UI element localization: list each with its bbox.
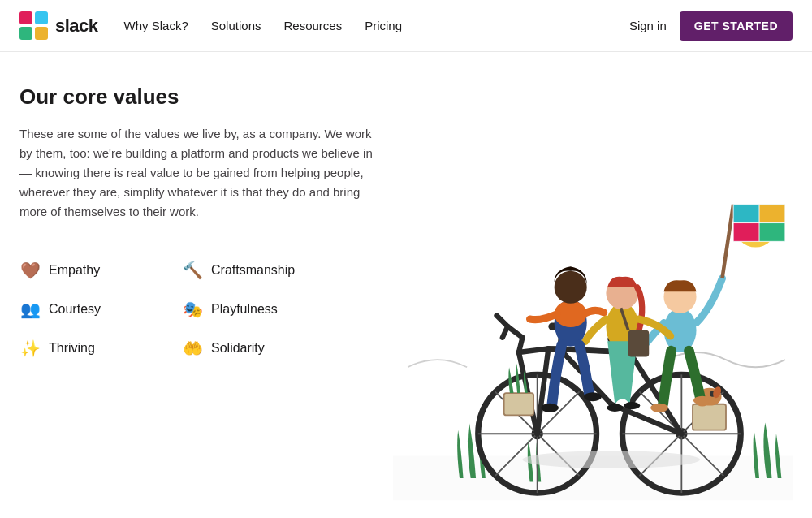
svg-point-64 bbox=[624, 402, 640, 409]
nav-why-slack[interactable]: Why Slack? bbox=[124, 19, 188, 32]
site-header: slack Why Slack? Solutions Resources Pri… bbox=[0, 0, 812, 52]
svg-rect-45 bbox=[733, 205, 759, 223]
thriving-label: Thriving bbox=[49, 341, 95, 356]
nav-solutions[interactable]: Solutions bbox=[211, 19, 261, 32]
svg-point-62 bbox=[693, 396, 711, 405]
svg-rect-35 bbox=[504, 393, 533, 415]
svg-rect-47 bbox=[733, 223, 759, 242]
sign-in-button[interactable]: Sign in bbox=[629, 19, 667, 32]
playfulness-icon: 🎭 bbox=[182, 300, 203, 319]
value-craftsmanship: 🔨 Craftsmanship bbox=[182, 251, 361, 290]
courtesy-label: Courtesy bbox=[49, 302, 101, 317]
solidarity-label: Solidarity bbox=[211, 341, 265, 356]
svg-point-61 bbox=[650, 404, 668, 412]
svg-rect-46 bbox=[759, 205, 785, 223]
main-nav: Why Slack? Solutions Resources Pricing bbox=[124, 19, 402, 32]
logo[interactable]: slack bbox=[19, 11, 98, 41]
playfulness-label: Playfulness bbox=[211, 302, 278, 317]
svg-line-21 bbox=[519, 348, 548, 352]
logo-icon bbox=[19, 11, 49, 41]
value-empathy: 🤎 Empathy bbox=[19, 251, 182, 290]
nav-resources[interactable]: Resources bbox=[283, 19, 342, 32]
illustration bbox=[393, 84, 793, 502]
main-content: Our core values These are some of the va… bbox=[0, 52, 812, 518]
empathy-label: Empathy bbox=[49, 263, 100, 278]
courtesy-icon: 👥 bbox=[19, 300, 41, 319]
svg-rect-48 bbox=[759, 223, 785, 242]
value-solidarity: 🤲 Solidarity bbox=[182, 329, 361, 368]
svg-point-65 bbox=[522, 451, 700, 468]
page-title: Our core values bbox=[19, 84, 377, 110]
value-thriving: ✨ Thriving bbox=[19, 329, 182, 368]
svg-point-63 bbox=[607, 404, 623, 412]
logo-text: slack bbox=[55, 15, 98, 37]
svg-point-59 bbox=[541, 404, 559, 412]
svg-rect-54 bbox=[628, 330, 650, 357]
nav-pricing[interactable]: Pricing bbox=[365, 19, 402, 32]
page-description: These are some of the values we live by,… bbox=[19, 124, 377, 222]
svg-point-58 bbox=[555, 271, 587, 304]
thriving-icon: ✨ bbox=[19, 339, 41, 358]
solidarity-icon: 🤲 bbox=[182, 339, 203, 358]
craftsmanship-label: Craftsmanship bbox=[211, 263, 295, 278]
svg-rect-36 bbox=[693, 404, 726, 430]
value-courtesy: 👥 Courtesy bbox=[19, 290, 182, 329]
empathy-icon: 🤎 bbox=[19, 261, 41, 280]
craftsmanship-icon: 🔨 bbox=[182, 261, 203, 280]
svg-point-60 bbox=[584, 392, 602, 401]
values-grid: 🤎 Empathy 🔨 Craftsmanship 👥 Courtesy 🎭 P… bbox=[19, 251, 377, 368]
illustration-svg bbox=[393, 84, 793, 502]
content-left: Our core values These are some of the va… bbox=[19, 84, 377, 502]
header-right: Sign in GET STARTED bbox=[629, 11, 793, 41]
header-left: slack Why Slack? Solutions Resources Pri… bbox=[19, 11, 402, 41]
value-playfulness: 🎭 Playfulness bbox=[182, 290, 361, 329]
svg-rect-0 bbox=[393, 86, 793, 500]
get-started-button[interactable]: GET STARTED bbox=[680, 11, 793, 41]
